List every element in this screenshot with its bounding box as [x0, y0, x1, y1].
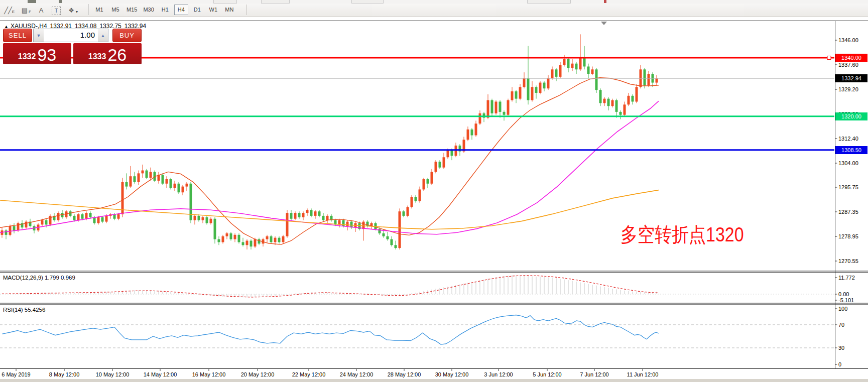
candle-body [595, 69, 598, 90]
candle-body [531, 87, 534, 100]
buy-button[interactable]: BUY [112, 29, 142, 42]
candle-body [431, 172, 433, 183]
rsi-indicator-header: RSI(14) 55.4256 [3, 307, 45, 313]
candle-body [230, 233, 232, 239]
candle-body [41, 220, 44, 225]
candle-body [322, 216, 325, 220]
candle-body [423, 179, 425, 189]
candle-body [226, 233, 228, 236]
candle-body [73, 216, 76, 220]
candle-body [182, 187, 184, 193]
candle-body [5, 230, 8, 235]
candle-body [25, 222, 28, 228]
price-badge-label: 1340.00 [841, 55, 861, 61]
candle-body [278, 238, 281, 242]
macd-indicator-header: MACD(12,26,9) 1.799 0.969 [3, 275, 75, 281]
candle-body [591, 69, 594, 74]
candle-body [270, 236, 273, 242]
candle-body [507, 100, 510, 115]
candle-body [314, 211, 317, 216]
candle-body [599, 90, 602, 103]
date-label: 20 May 12:00 [241, 371, 275, 377]
chart-shift-marker-icon[interactable] [601, 22, 607, 25]
candle-body [515, 91, 518, 99]
candle-body [222, 236, 224, 242]
candle-body [615, 100, 618, 112]
candle-body [9, 226, 12, 234]
price-badge-label: 1320.00 [841, 113, 861, 119]
date-label: 30 May 12:00 [435, 371, 469, 377]
rsi-axis-label: 70 [838, 322, 844, 328]
ma-mid-magenta [0, 101, 659, 234]
candle-body [559, 65, 562, 77]
date-label: 16 May 12:00 [192, 371, 226, 377]
volume-input[interactable] [44, 29, 98, 41]
macd-axis-label: 11.772 [838, 275, 855, 281]
date-label: 3 Jun 12:00 [484, 371, 513, 377]
price-axis-label: 1287.35 [838, 209, 858, 215]
candle-body [258, 239, 261, 244]
candle-body [162, 175, 164, 183]
candle-body [475, 123, 477, 135]
macd-axis-label: 0.00 [838, 291, 849, 297]
candle-body [302, 213, 305, 217]
candle-body [579, 58, 582, 69]
volume-decrease-button[interactable]: ▼ [34, 29, 44, 42]
candle-body [583, 58, 586, 66]
candle-body [101, 217, 104, 222]
buy-price-pips: 26 [107, 45, 127, 64]
date-label: 7 Jun 12:00 [580, 371, 609, 377]
rsi-line [2, 315, 659, 345]
hline-drag-handle[interactable] [827, 56, 831, 59]
candle-body [218, 239, 220, 242]
candle-body [624, 104, 626, 114]
price-axis-label: 1270.55 [838, 258, 858, 264]
candle-body [403, 211, 405, 216]
candle-body [246, 240, 249, 245]
sell-price-display[interactable]: 1332 93 [3, 43, 71, 64]
candle-body [170, 179, 172, 188]
candle-body [105, 216, 108, 222]
price-badge-label: 1332.94 [841, 75, 861, 81]
chart-text-annotation: 多空转折点1320 [621, 221, 744, 248]
candle-body [567, 59, 570, 68]
candle-body [326, 216, 329, 220]
candle-body [383, 233, 385, 236]
candle-body [13, 226, 16, 230]
candle-body [487, 100, 489, 118]
candle-body [117, 214, 120, 219]
candle-body [427, 179, 429, 184]
candle-body [479, 113, 481, 123]
candle-body [503, 112, 506, 115]
candle-body [57, 213, 60, 220]
volume-stepper: ▼ ▲ [33, 29, 108, 42]
buy-price-display[interactable]: 1333 26 [73, 43, 142, 64]
candle-body [491, 100, 493, 113]
candle-body [471, 130, 473, 136]
candle-body [467, 130, 469, 140]
rsi-axis-label: 30 [838, 345, 844, 351]
ma-slow-orange [0, 190, 659, 229]
candle-body [198, 216, 200, 220]
candle-body [636, 87, 638, 101]
candle-body [539, 83, 542, 93]
candle-body [547, 78, 550, 88]
candle-body [511, 91, 514, 100]
price-axis-label: 1278.95 [838, 233, 858, 239]
candle-body [274, 238, 277, 242]
candle-body [443, 157, 445, 167]
candle-body [306, 210, 309, 213]
candle-body [543, 83, 546, 89]
candle-body [290, 213, 293, 219]
candle-body [126, 182, 128, 187]
volume-increase-button[interactable]: ▲ [98, 29, 108, 42]
buy-price-main: 1333 [88, 52, 106, 61]
candle-body [407, 207, 409, 215]
candle-body [411, 197, 413, 207]
sell-button[interactable]: SELL [3, 29, 32, 42]
candle-body [391, 239, 393, 245]
candle-body [242, 242, 244, 245]
date-label: 28 May 12:00 [388, 371, 421, 377]
candle-body [571, 64, 574, 68]
candle-body [555, 69, 558, 77]
